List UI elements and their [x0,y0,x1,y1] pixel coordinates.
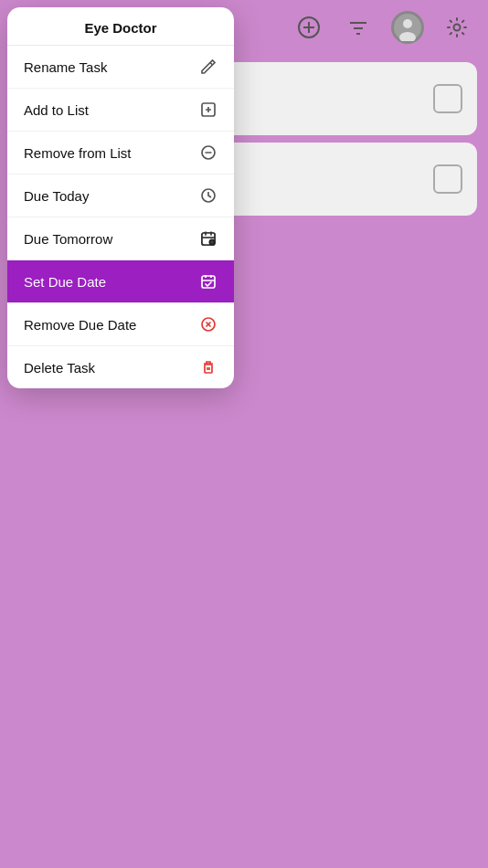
x-circle-icon [199,315,217,333]
menu-item-rename-task[interactable]: Rename Task [7,46,234,89]
pencil-icon [199,58,217,76]
menu-item-remove-due-date[interactable]: Remove Due Date [7,303,234,346]
set-due-date-label: Set Due Date [24,274,106,290]
due-tomorrow-label: Due Tomorrow [24,231,112,247]
svg-point-7 [403,19,412,28]
menu-item-delete-task[interactable]: Delete Task [7,346,234,388]
due-today-label: Due Today [24,188,89,204]
filter-icon[interactable] [342,11,375,44]
context-menu: Eye Doctor Rename Task Add to List Remov… [7,7,234,388]
calendar-check-icon [199,272,217,291]
svg-point-9 [454,25,461,31]
menu-item-remove-from-list[interactable]: Remove from List [7,132,234,175]
add-to-list-label: Add to List [24,102,89,118]
minus-circle-icon [199,143,217,162]
svg-point-23 [211,241,213,243]
menu-item-set-due-date[interactable]: Set Due Date [7,260,234,303]
menu-item-due-today[interactable]: Due Today [7,175,234,217]
svg-line-10 [210,63,213,66]
settings-icon[interactable] [440,11,473,44]
trash-icon [199,358,217,376]
menu-item-add-to-list[interactable]: Add to List [7,89,234,132]
list-add-icon [199,101,217,119]
avatar[interactable] [391,11,424,44]
rename-task-label: Rename Task [24,59,107,75]
menu-item-due-tomorrow[interactable]: Due Tomorrow [7,217,234,260]
task-checkbox-2[interactable] [433,164,462,194]
calendar-dot-icon [199,229,217,248]
remove-due-date-label: Remove Due Date [24,317,136,333]
add-button[interactable] [292,11,325,44]
task-checkbox-1[interactable] [433,84,462,113]
svg-rect-31 [205,365,212,373]
clock-icon [199,186,217,205]
delete-task-label: Delete Task [24,360,95,376]
context-menu-title: Eye Doctor [7,7,234,46]
remove-from-list-label: Remove from List [24,145,132,161]
